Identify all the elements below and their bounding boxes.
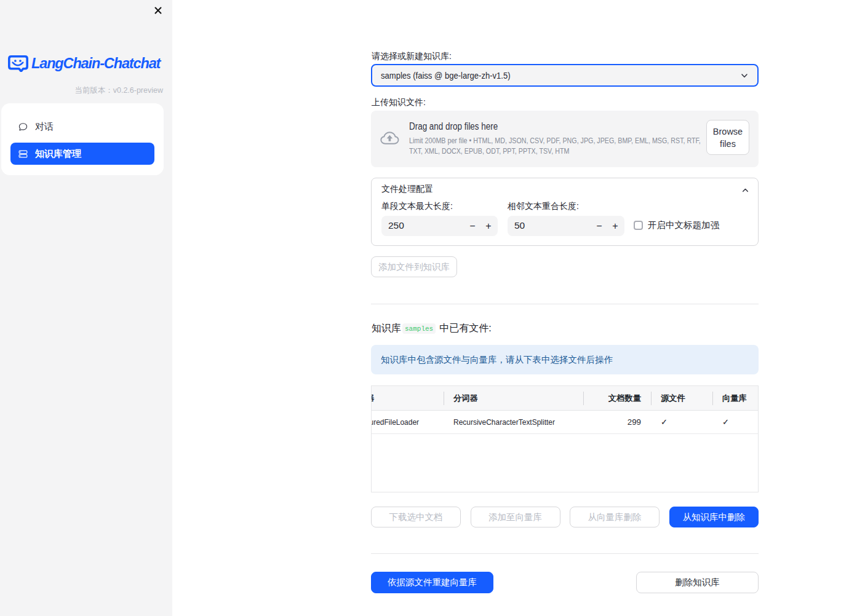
zh-title-checkbox[interactable]: 开启中文标题加强: [634, 219, 719, 231]
cloud-upload-icon: [380, 131, 401, 144]
kb-select-value: samples (faiss @ bge-large-zh-v1.5): [381, 71, 704, 81]
app-root: LangChain-Chatchat 当前版本：v0.2.6-preview 对…: [0, 0, 849, 616]
kb-select-label: 请选择或新建知识库:: [372, 51, 452, 62]
dropzone-limit: Limit 200MB per file • HTML, MD, JSON, C…: [409, 136, 709, 156]
download-docs-button[interactable]: 下载选中文档: [371, 507, 461, 527]
menu-item-kb-manage[interactable]: 知识库管理: [10, 143, 154, 165]
cell-in-folder: ✓: [651, 411, 712, 433]
zh-title-checkbox-label: 开启中文标题加强: [648, 219, 719, 231]
version-info: 当前版本：v0.2.6-preview: [74, 85, 163, 96]
file-dropzone[interactable]: Drag and drop files here Limit 200MB per…: [371, 111, 759, 167]
chunk-size-decrement-button[interactable]: −: [464, 216, 480, 236]
delete-from-kb-button[interactable]: 从知识库中删除: [669, 507, 759, 527]
version-label: 当前版本：: [74, 86, 113, 95]
upload-label: 上传知识文件:: [372, 97, 426, 108]
chunk-overlap-input[interactable]: 50 − +: [508, 216, 624, 236]
kb-select[interactable]: samples (faiss @ bge-large-zh-v1.5): [371, 64, 759, 87]
chat-icon: [18, 122, 28, 132]
cell-splitter: RecursiveCharacterTextSplitter: [444, 411, 583, 433]
chunk-overlap-decrement-button[interactable]: −: [591, 216, 607, 236]
chunk-size-label: 单段文本最大长度:: [381, 201, 453, 212]
sidebar: LangChain-Chatchat 当前版本：v0.2.6-preview 对…: [0, 0, 172, 616]
add-to-vectorstore-button[interactable]: 添加至向量库: [471, 507, 560, 527]
kb-files-prefix: 知识库: [372, 322, 401, 335]
info-alert-text: 知识库中包含源文件与向量库，请从下表中选择文件后操作: [381, 354, 613, 366]
col-header-docs-count[interactable]: 文档数量: [583, 386, 651, 410]
col-header-in-folder[interactable]: 源文件: [651, 386, 712, 410]
brand-name: LangChain-Chatchat: [31, 55, 160, 72]
col-header-in-db[interactable]: 向量库: [712, 386, 758, 410]
nav-menu: 对话 知识库管理: [1, 103, 164, 175]
cell-in-db: ✓: [712, 411, 758, 433]
divider: [371, 304, 759, 304]
header-divider: [444, 392, 444, 405]
brand-logo-icon: [8, 55, 28, 72]
kb-stack-icon: [18, 149, 28, 159]
header-divider: [712, 392, 713, 405]
chevron-down-icon: [740, 71, 749, 80]
info-alert: 知识库中包含源文件与向量库，请从下表中选择文件后操作: [371, 345, 759, 374]
file-config-expander: 文件处理配置 单段文本最大长度: 相邻文本重合长度: 250 − + 50 − …: [371, 178, 759, 246]
version-value: v0.2.6-preview: [113, 86, 163, 95]
dropzone-title: Drag and drop files here: [409, 121, 715, 132]
table-row[interactable]: UnstructuredFileLoader RecursiveCharacte…: [372, 411, 758, 434]
chunk-size-input[interactable]: 250 − +: [381, 216, 498, 236]
chunk-size-increment-button[interactable]: +: [480, 216, 496, 236]
add-files-button[interactable]: 添加文件到知识库: [371, 256, 457, 277]
header-divider: [583, 392, 584, 405]
chunk-overlap-increment-button[interactable]: +: [607, 216, 623, 236]
kb-files-heading: 知识库 samples 中已有文件:: [372, 322, 492, 335]
table-header-row: 文档加载器 分词器 文档数量 源文件 向量库: [372, 386, 758, 411]
rebuild-vectorstore-button[interactable]: 依据源文件重建向量库: [371, 572, 493, 593]
main-content: 请选择或新建知识库: samples (faiss @ bge-large-zh…: [371, 0, 759, 616]
header-divider: [651, 392, 652, 405]
chunk-overlap-label: 相邻文本重合长度:: [508, 201, 579, 212]
divider: [371, 553, 759, 554]
chunk-size-value: 250: [388, 220, 404, 231]
expander-title: 文件处理配置: [381, 184, 433, 195]
col-header-loader[interactable]: 文档加载器: [372, 386, 444, 410]
cell-loader: UnstructuredFileLoader: [372, 411, 444, 433]
kb-name-code: samples: [402, 323, 436, 334]
files-table[interactable]: 文档加载器 分词器 文档数量 源文件 向量库 UnstructuredFileL…: [371, 385, 759, 492]
delete-from-vectorstore-button[interactable]: 从向量库删除: [570, 507, 660, 527]
sidebar-close-icon[interactable]: [152, 4, 164, 17]
brand: LangChain-Chatchat: [8, 55, 165, 72]
browse-files-button[interactable]: Browse files: [706, 120, 749, 155]
cell-docs-count: 299: [583, 411, 651, 433]
kb-files-suffix: 中已有文件:: [439, 322, 491, 335]
menu-item-dialogue[interactable]: 对话: [10, 116, 154, 138]
chevron-up-icon: [741, 186, 749, 194]
checkbox-box[interactable]: [634, 221, 643, 230]
menu-item-dialogue-label: 对话: [35, 121, 54, 133]
menu-item-kb-manage-label: 知识库管理: [35, 148, 81, 160]
expander-header[interactable]: 文件处理配置: [372, 178, 758, 202]
delete-kb-button[interactable]: 删除知识库: [636, 572, 759, 593]
chunk-overlap-value: 50: [514, 220, 525, 231]
col-header-splitter[interactable]: 分词器: [444, 386, 583, 410]
